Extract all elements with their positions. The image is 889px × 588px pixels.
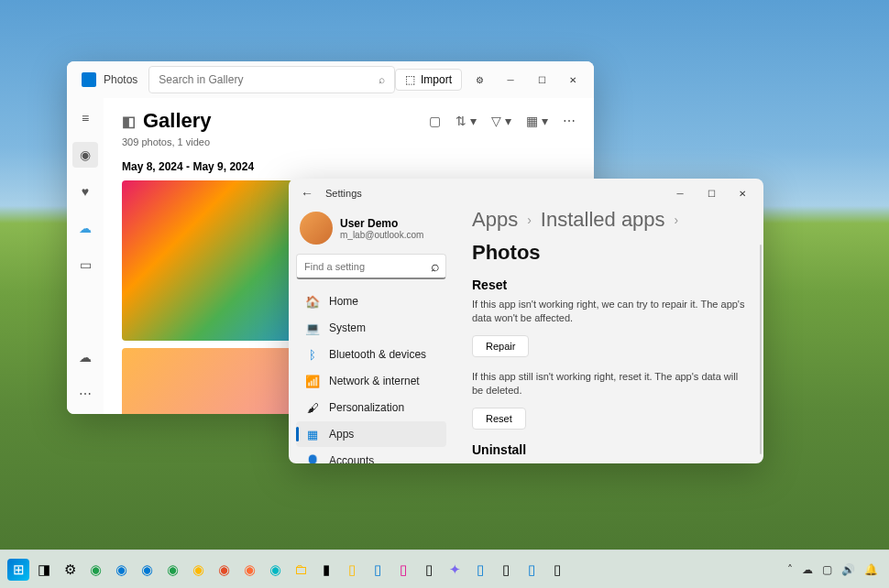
nav-home[interactable]: 🏠Home [296, 289, 446, 314]
nav-label: Personalization [329, 401, 404, 414]
nav-personalization[interactable]: 🖌Personalization [296, 395, 446, 420]
breadcrumb-current: Photos [472, 241, 541, 265]
find-setting-search[interactable]: ⌕ [296, 254, 446, 279]
onedrive-tray-icon[interactable]: ☁ [802, 563, 813, 576]
search-icon: ⌕ [379, 73, 385, 86]
taskbar-app-icon[interactable]: ◉ [213, 559, 235, 581]
brush-icon: 🖌 [305, 400, 320, 415]
taskbar-app-icon[interactable]: ▯ [367, 559, 389, 581]
gallery-search-input[interactable] [159, 73, 379, 86]
taskbar-app-icon[interactable]: ◉ [187, 559, 209, 581]
hamburger-icon[interactable]: ≡ [72, 105, 98, 131]
settings-main: Apps › Installed apps › Photos Reset If … [454, 208, 763, 463]
scrollbar[interactable] [760, 245, 762, 454]
close-button[interactable]: ✕ [729, 180, 756, 207]
back-button[interactable]: ← [296, 182, 318, 204]
chevron-right-icon: › [527, 212, 532, 227]
taskbar-app-icon[interactable]: ◉ [84, 559, 106, 581]
copilot-icon[interactable]: ✦ [444, 559, 466, 581]
system-icon: 💻 [305, 321, 320, 335]
gallery-title-text: Gallery [143, 109, 212, 133]
photos-sidebar: ≡ ◉ ♥ ☁ ▭ ☁ ⋯ [67, 98, 104, 414]
reset-heading: Reset [472, 278, 745, 292]
nav-label: Home [329, 295, 358, 308]
gallery-count: 309 photos, 1 video [122, 136, 576, 147]
task-view-icon[interactable]: ◨ [33, 559, 55, 581]
taskbar: ⊞ ◨ ⚙ ◉ ◉ ◉ ◉ ◉ ◉ ◉ ◉ 🗀 ▮ ▯ ▯ ▯ ▯ ✦ ▯ ▯ … [0, 550, 889, 588]
taskbar-app-icon[interactable]: ◉ [238, 559, 260, 581]
settings-gear-icon[interactable]: ⚙ [466, 66, 493, 93]
uninstall-heading: Uninstall [472, 442, 745, 457]
taskbar-app-icon[interactable]: ▯ [495, 559, 517, 581]
taskbar-app-icon[interactable]: ◉ [110, 559, 132, 581]
reset-button[interactable]: Reset [472, 408, 526, 430]
person-icon: 👤 [305, 453, 320, 463]
taskbar-app-icon[interactable]: ◉ [136, 559, 158, 581]
chevron-right-icon: › [675, 212, 679, 227]
settings-titlebar: ← Settings ─ ☐ ✕ [289, 179, 763, 208]
close-button[interactable]: ✕ [559, 66, 587, 93]
nav-label: Apps [329, 428, 354, 441]
nav-label: Network & internet [329, 375, 420, 387]
terminal-icon[interactable]: ▮ [315, 559, 337, 581]
folders-icon[interactable]: ▭ [72, 252, 98, 278]
taskbar-app-icon[interactable]: ▯ [418, 559, 440, 581]
nav-label: Bluetooth & devices [329, 348, 426, 361]
gallery-glyph-icon: ◧ [122, 113, 136, 130]
reset-description: If this app still isn't working right, r… [472, 370, 745, 398]
volume-icon[interactable]: 🔊 [841, 563, 855, 576]
taskbar-app-icon[interactable]: ◉ [264, 559, 286, 581]
gallery-search[interactable]: ⌕ [148, 66, 395, 93]
user-email: m_lab@outlook.com [340, 230, 423, 240]
repair-button[interactable]: Repair [472, 335, 529, 357]
minimize-button[interactable]: ─ [497, 66, 524, 93]
more-actions-icon[interactable]: ⋯ [563, 114, 576, 128]
search-icon: ⌕ [431, 258, 440, 275]
start-button[interactable]: ⊞ [7, 559, 29, 581]
notifications-icon[interactable]: 🔔 [864, 563, 878, 576]
minimize-button[interactable]: ─ [666, 180, 694, 207]
onedrive-icon[interactable]: ☁ [72, 344, 98, 370]
filter-icon[interactable]: ▽ ▾ [491, 114, 511, 128]
file-explorer-icon[interactable]: 🗀 [290, 559, 312, 581]
tray-chevron-icon[interactable]: ˄ [787, 563, 793, 576]
gallery-icon[interactable]: ◉ [72, 142, 98, 168]
taskbar-app-icon[interactable]: ◉ [161, 559, 183, 581]
view-icon[interactable]: ▦ ▾ [526, 114, 548, 128]
maximize-button[interactable]: ☐ [528, 66, 555, 93]
nav-bluetooth[interactable]: ᛒBluetooth & devices [296, 342, 446, 367]
find-setting-input[interactable] [304, 261, 431, 272]
bluetooth-icon: ᛒ [305, 347, 320, 362]
taskbar-app-icon[interactable]: ▯ [546, 559, 568, 581]
nav-system[interactable]: 💻System [296, 315, 446, 341]
sort-icon[interactable]: ⇅ ▾ [455, 114, 477, 128]
breadcrumb: Apps › Installed apps › Photos [472, 208, 745, 265]
cloud-icon[interactable]: ☁ [72, 215, 98, 241]
tray-icon[interactable]: ▢ [822, 563, 832, 576]
taskbar-app-icon[interactable]: ▯ [392, 559, 414, 581]
settings-title: Settings [325, 188, 362, 199]
repair-description: If this app isn't working right, we can … [472, 298, 745, 326]
system-tray: ˄ ☁ ▢ 🔊 🔔 [787, 563, 889, 576]
nav-apps[interactable]: ▦Apps [296, 421, 446, 447]
avatar [300, 212, 333, 245]
nav-label: System [329, 321, 366, 334]
slideshow-icon[interactable]: ▢ [429, 114, 441, 128]
user-block[interactable]: User Demo m_lab@outlook.com [296, 208, 446, 254]
breadcrumb-apps[interactable]: Apps [472, 208, 518, 232]
taskbar-app-icon[interactable]: ▯ [341, 559, 363, 581]
nav-accounts[interactable]: 👤Accounts [296, 448, 446, 463]
taskbar-app-icon[interactable]: ⚙ [59, 559, 81, 581]
favorites-icon[interactable]: ♥ [72, 179, 98, 204]
settings-sidebar: User Demo m_lab@outlook.com ⌕ 🏠Home 💻Sys… [289, 208, 454, 463]
nav-label: Accounts [329, 454, 374, 463]
more-icon[interactable]: ⋯ [72, 381, 98, 407]
import-button[interactable]: ⬚ Import [395, 69, 462, 91]
photos-app-name: Photos [104, 73, 137, 86]
taskbar-app-icon[interactable]: ▯ [469, 559, 491, 581]
breadcrumb-installed[interactable]: Installed apps [541, 208, 665, 232]
maximize-button[interactable]: ☐ [697, 180, 725, 207]
taskbar-app-icon[interactable]: ▯ [521, 559, 543, 581]
apps-icon: ▦ [305, 427, 320, 441]
nav-network[interactable]: 📶Network & internet [296, 368, 446, 394]
